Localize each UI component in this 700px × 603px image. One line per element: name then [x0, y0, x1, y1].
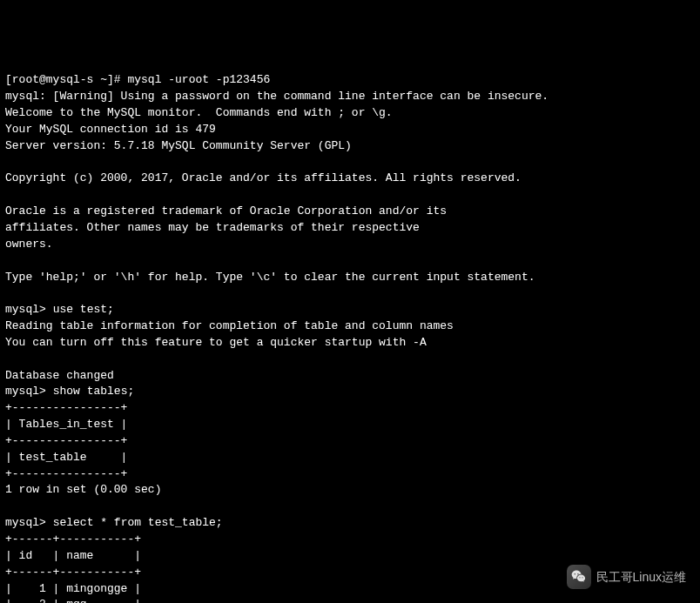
table-separator: +------+-----------+	[5, 566, 141, 579]
server-line: Server version: 5.7.18 MySQL Community S…	[5, 139, 352, 152]
terminal-output: [root@mysql-s ~]# mysql -uroot -p123456 …	[5, 72, 695, 603]
warning-line: mysql: [Warning] Using a password on the…	[5, 90, 549, 103]
trademark-line: Oracle is a registered trademark of Orac…	[5, 204, 447, 218]
login-command: mysql -uroot -p123456	[127, 73, 270, 86]
table-separator: +----------------+	[5, 434, 127, 447]
table-row: | 2 | mgg |	[5, 598, 141, 603]
mysql-prompt: mysql>	[5, 303, 46, 316]
mysql-prompt: mysql>	[5, 385, 46, 398]
trademark-line: affiliates. Other names may be trademark…	[5, 221, 420, 234]
select-command: select * from test_table;	[53, 516, 223, 529]
reading-tables-line: Reading table information for completion…	[5, 319, 454, 332]
wechat-icon	[567, 565, 591, 589]
table-header: | Tables_in_test |	[5, 418, 127, 431]
quicker-startup-line: You can turn off this feature to get a q…	[5, 336, 427, 349]
table-row: | test_table |	[5, 451, 127, 464]
watermark-text: 民工哥Linux运维	[596, 568, 686, 586]
table-separator: +----------------+	[5, 467, 127, 480]
table-separator: +------+-----------+	[5, 533, 141, 546]
help-line: Type 'help;' or '\h' for help. Type '\c'…	[5, 271, 535, 284]
shell-prompt: [root@mysql-s ~]#	[5, 73, 121, 86]
result-footer: 1 row in set (0.00 sec)	[5, 483, 161, 496]
mysql-prompt: mysql>	[5, 516, 46, 529]
copyright-line: Copyright (c) 2000, 2017, Oracle and/or …	[5, 171, 522, 184]
table-separator: +----------------+	[5, 401, 127, 414]
table-header: | id | name |	[5, 549, 141, 562]
welcome-line: Welcome to the MySQL monitor. Commands e…	[5, 106, 393, 119]
connection-line: Your MySQL connection id is 479	[5, 123, 216, 136]
watermark: 民工哥Linux运维	[567, 565, 686, 589]
table-row: | 1 | mingongge |	[5, 582, 141, 595]
trademark-line: owners.	[5, 238, 53, 251]
use-db-command: use test;	[53, 303, 114, 316]
database-changed-line: Database changed	[5, 369, 114, 382]
show-tables-command: show tables;	[53, 385, 135, 398]
